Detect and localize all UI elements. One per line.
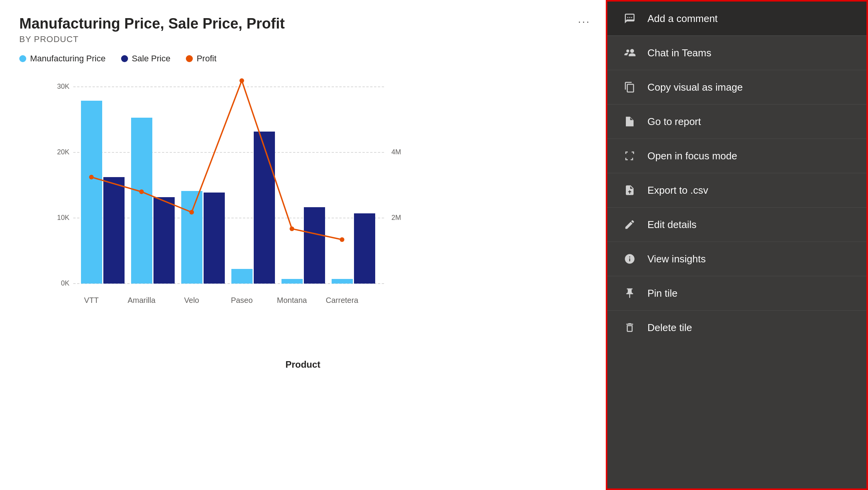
- legend-label-manufacturing: Manufacturing Price: [30, 54, 106, 64]
- chart-subtitle: BY PRODUCT: [19, 34, 587, 44]
- svg-rect-15: [204, 193, 225, 284]
- menu-item-pin-tile[interactable]: Pin tile: [607, 276, 866, 311]
- svg-point-27: [340, 237, 344, 242]
- chart-svg: 30K 20K 10K 0K 4M 2M: [50, 75, 405, 353]
- svg-rect-13: [153, 197, 175, 284]
- svg-rect-14: [181, 191, 202, 284]
- menu-label-go-report: Go to report: [647, 116, 701, 128]
- more-options-button[interactable]: ···: [578, 15, 590, 28]
- menu-item-chat-teams[interactable]: Chat in Teams: [607, 36, 866, 70]
- svg-point-26: [290, 226, 294, 231]
- svg-point-24: [189, 210, 194, 215]
- menu-label-delete-tile: Delete tile: [647, 322, 692, 334]
- menu-label-pin-tile: Pin tile: [647, 287, 678, 299]
- legend-profit: Profit: [186, 54, 216, 64]
- menu-label-view-insights: View insights: [647, 253, 706, 265]
- menu-item-export-csv[interactable]: Export to .csv: [607, 173, 866, 208]
- delete-icon: [623, 321, 637, 335]
- svg-text:Paseo: Paseo: [231, 296, 253, 304]
- svg-rect-19: [304, 207, 325, 284]
- menu-label-export-csv: Export to .csv: [647, 184, 708, 196]
- chart-legend: Manufacturing Price Sale Price Profit: [19, 54, 587, 64]
- export-icon: [623, 183, 637, 197]
- x-axis-label: Product: [50, 359, 556, 370]
- legend-dot-sale: [121, 55, 128, 62]
- comment-icon: [623, 12, 637, 25]
- legend-label-profit: Profit: [197, 54, 216, 64]
- report-icon: [623, 115, 637, 128]
- svg-text:Montana: Montana: [277, 296, 307, 304]
- menu-item-focus-mode[interactable]: Open in focus mode: [607, 139, 866, 173]
- svg-point-25: [239, 78, 244, 83]
- menu-item-delete-tile[interactable]: Delete tile: [607, 311, 866, 345]
- svg-text:Profit: Profit: [403, 190, 405, 208]
- legend-dot-profit: [186, 55, 193, 62]
- edit-icon: [623, 218, 637, 231]
- teams-icon: [623, 46, 637, 60]
- menu-item-view-insights[interactable]: View insights: [607, 242, 866, 276]
- menu-item-go-report[interactable]: Go to report: [607, 105, 866, 139]
- svg-text:Amarilla: Amarilla: [128, 296, 156, 304]
- svg-rect-20: [332, 279, 353, 284]
- svg-text:4M: 4M: [391, 148, 401, 156]
- svg-text:Carretera: Carretera: [326, 296, 359, 304]
- svg-rect-10: [81, 101, 102, 284]
- insights-icon: [623, 252, 637, 266]
- svg-text:10K: 10K: [57, 214, 69, 221]
- svg-rect-12: [131, 118, 152, 284]
- legend-dot-manufacturing: [19, 55, 26, 62]
- pin-icon: [623, 286, 637, 300]
- svg-rect-11: [103, 177, 125, 284]
- copy-icon: [623, 80, 637, 94]
- menu-label-copy-visual: Copy visual as image: [647, 81, 743, 93]
- legend-label-sale: Sale Price: [132, 54, 170, 64]
- legend-sale: Sale Price: [121, 54, 170, 64]
- context-menu: Add a comment Chat in Teams Copy visual …: [606, 0, 868, 490]
- svg-text:0K: 0K: [61, 279, 69, 287]
- menu-item-edit-details[interactable]: Edit details: [607, 208, 866, 242]
- svg-point-22: [89, 175, 94, 179]
- chart-title: Manufacturing Price, Sale Price, Profit: [19, 15, 587, 32]
- svg-text:20K: 20K: [57, 148, 69, 156]
- svg-text:Velo: Velo: [184, 296, 199, 304]
- svg-rect-18: [281, 279, 303, 284]
- menu-label-focus-mode: Open in focus mode: [647, 150, 737, 162]
- menu-item-copy-visual[interactable]: Copy visual as image: [607, 70, 866, 105]
- svg-rect-16: [231, 269, 253, 284]
- legend-manufacturing: Manufacturing Price: [19, 54, 106, 64]
- chart-panel: Manufacturing Price, Sale Price, Profit …: [0, 0, 606, 490]
- svg-rect-21: [354, 213, 375, 284]
- menu-label-add-comment: Add a comment: [647, 13, 718, 25]
- menu-label-chat-teams: Chat in Teams: [647, 47, 711, 59]
- menu-label-edit-details: Edit details: [647, 219, 696, 231]
- svg-text:2M: 2M: [391, 214, 401, 221]
- menu-item-add-comment[interactable]: Add a comment: [607, 2, 866, 36]
- svg-rect-17: [254, 132, 275, 284]
- svg-point-23: [139, 189, 144, 194]
- svg-text:VTT: VTT: [84, 296, 99, 304]
- focus-icon: [623, 149, 637, 163]
- svg-text:30K: 30K: [57, 83, 69, 90]
